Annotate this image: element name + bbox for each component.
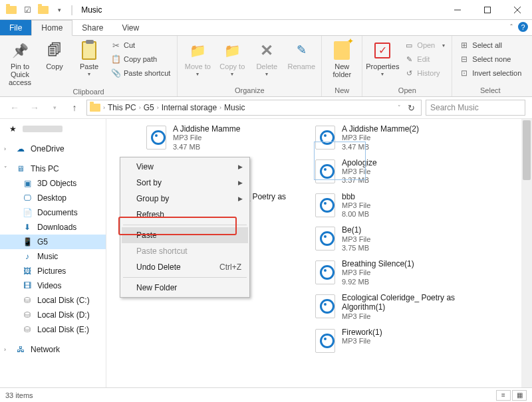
chevron-right-icon: ▶ — [238, 179, 243, 186]
navitem-music[interactable]: ♪Music — [0, 249, 106, 264]
tab-file[interactable]: File — [0, 20, 31, 35]
vertical-scrollbar[interactable] — [521, 119, 532, 387]
navitem-downloads[interactable]: ⬇Downloads — [0, 220, 106, 235]
mp3-file-icon — [145, 124, 168, 151]
rename-button[interactable]: Rename — [285, 37, 317, 70]
label: Move to — [185, 62, 211, 70]
invert-selection-button[interactable]: ⊡Invert selection — [456, 66, 524, 80]
navitem-g5[interactable]: 📱G5 — [0, 235, 106, 249]
breadcrumb-internal-storage[interactable]: Internal storage — [162, 103, 217, 112]
file-item[interactable]: Firework(1) MP3 File — [314, 328, 473, 354]
chevron-down-icon[interactable]: ˅ — [398, 104, 401, 111]
navitem-quick-access[interactable]: ˅★ — [0, 122, 106, 136]
mp3-file-icon — [314, 259, 336, 286]
file-name: Breathing Silence(1) — [342, 259, 414, 268]
file-item[interactable]: Ecological Coleridge_ Poetry as Algorith… — [314, 293, 473, 321]
tab-share[interactable]: Share — [72, 20, 112, 35]
new-folder-button[interactable]: New folder — [326, 37, 358, 78]
navitem-network[interactable]: ›🖧Network — [0, 342, 106, 357]
history-button[interactable]: ↺History — [401, 66, 448, 80]
file-meta: Firework(1) MP3 File — [342, 328, 382, 346]
file-item[interactable]: Breathing Silence(1) MP3 File 9.92 MB — [314, 259, 473, 286]
folder-icon — [90, 104, 100, 112]
search-input[interactable]: Search Music — [426, 100, 525, 116]
label: Open — [417, 41, 435, 49]
up-button[interactable]: ↑ — [66, 100, 82, 116]
paste-button[interactable]: Paste▾ — [73, 37, 105, 78]
label: Pin to Quick access — [4, 62, 36, 86]
breadcrumb-music[interactable]: Music — [224, 103, 245, 112]
navitem-desktop[interactable]: 🖵Desktop — [0, 191, 106, 205]
file-size: 8.00 MB — [342, 210, 370, 219]
qat-newfolder-icon[interactable] — [36, 3, 51, 17]
chevron-right-icon: › — [103, 104, 105, 111]
ctx-sort-by[interactable]: Sort by▶ — [122, 175, 248, 191]
pin-quick-access-button[interactable]: Pin to Quick access — [4, 37, 36, 86]
navitem-documents[interactable]: 📄Documents — [0, 205, 106, 220]
edit-button[interactable]: ✎Edit — [401, 52, 448, 66]
navitem-diskc[interactable]: ⛁Local Disk (C:) — [0, 293, 106, 308]
tab-view[interactable]: View — [112, 20, 148, 35]
ribbon-group-select: Select — [456, 85, 524, 96]
back-button[interactable]: ← — [7, 100, 23, 116]
ctx-undo-delete[interactable]: Undo DeleteCtrl+Z — [122, 259, 248, 275]
qat-dropdown-icon[interactable]: ▾ — [52, 3, 66, 17]
mp3-file-icon — [314, 225, 336, 252]
label: Desktop — [37, 193, 66, 203]
forward-button[interactable]: → — [27, 100, 43, 116]
videos-icon: 🎞 — [21, 281, 33, 290]
ctx-group-by[interactable]: Group by▶ — [122, 191, 248, 207]
ribbon-paste-shortcut-button[interactable]: Paste shortcut — [108, 66, 173, 80]
window-title: Music — [76, 5, 442, 15]
view-icons-button[interactable]: ▦ — [512, 390, 527, 401]
breadcrumb-g5[interactable]: G5 — [144, 103, 154, 112]
file-meta: Breathing Silence(1) MP3 File 9.92 MB — [342, 259, 414, 286]
view-details-button[interactable]: ≡ — [496, 390, 511, 401]
ctx-refresh[interactable]: Refresh — [122, 207, 248, 223]
help-icon[interactable]: ? — [518, 22, 528, 32]
scrollbar-thumb[interactable] — [523, 120, 531, 180]
label: New folder — [326, 62, 358, 78]
navitem-3dobjects[interactable]: ▣3D Objects — [0, 176, 106, 191]
breadcrumb-thispc[interactable]: This PC — [108, 103, 136, 112]
disk-icon: ⛁ — [21, 325, 33, 334]
address-bar[interactable]: › This PC › G5 › Internal storage › Musi… — [86, 100, 422, 116]
minimize-button[interactable] — [442, 0, 472, 20]
tab-home[interactable]: Home — [31, 20, 72, 36]
close-button[interactable] — [502, 0, 532, 20]
recent-dropdown[interactable]: ▾ — [47, 100, 63, 116]
copy-path-button[interactable]: Copy path — [108, 52, 173, 66]
copy-button[interactable]: Copy — [39, 37, 70, 70]
cut-button[interactable]: Cut — [108, 39, 173, 52]
ctx-new-folder[interactable]: New Folder — [122, 280, 248, 296]
navitem-pictures[interactable]: 🖼Pictures — [0, 264, 106, 278]
file-meta: Ecological Coleridge_ Poetry as Algorith… — [342, 293, 473, 321]
label: Pictures — [37, 266, 66, 276]
maximize-button[interactable] — [472, 0, 502, 20]
mp3-file-icon — [314, 192, 336, 219]
move-to-button[interactable]: Move to▾ — [182, 37, 213, 78]
qat-properties-icon[interactable]: ☑ — [20, 3, 35, 17]
file-item[interactable]: Be(1) MP3 File 3.75 MB — [314, 225, 473, 252]
navitem-diskd[interactable]: ⛁Local Disk (D:) — [0, 308, 106, 322]
ctx-view[interactable]: View▶ — [122, 159, 248, 175]
navigation-pane[interactable]: ˅★ ›☁OneDrive ˅🖥This PC ▣3D Objects 🖵Des… — [0, 119, 106, 387]
file-name: A Jiddishe Mamme — [173, 124, 240, 134]
ctx-paste[interactable]: Paste — [122, 227, 248, 243]
refresh-button[interactable]: ↻ — [404, 103, 418, 113]
file-item[interactable]: bbb MP3 File 8.00 MB — [314, 192, 473, 219]
navitem-thispc[interactable]: ˅🖥This PC — [0, 161, 106, 176]
select-none-button[interactable]: ⊟Select none — [456, 52, 524, 66]
label: Rename — [288, 62, 316, 70]
navitem-videos[interactable]: 🎞Videos — [0, 278, 106, 293]
navitem-diske[interactable]: ⛁Local Disk (E:) — [0, 322, 106, 337]
properties-button[interactable]: ✓Properties▾ — [366, 37, 398, 78]
delete-button[interactable]: ✕Delete▾ — [251, 37, 283, 78]
collapse-ribbon-icon[interactable]: ˆ — [510, 23, 513, 31]
select-all-button[interactable]: ⊞Select all — [456, 39, 524, 52]
disk-icon: ⛁ — [21, 310, 33, 320]
open-button[interactable]: ▭Open ▾ — [401, 39, 448, 52]
copy-to-button[interactable]: Copy to▾ — [216, 37, 248, 78]
navitem-onedrive[interactable]: ›☁OneDrive — [0, 142, 106, 156]
file-item[interactable]: A Jiddishe Mamme MP3 File 3.47 MB — [145, 124, 298, 151]
